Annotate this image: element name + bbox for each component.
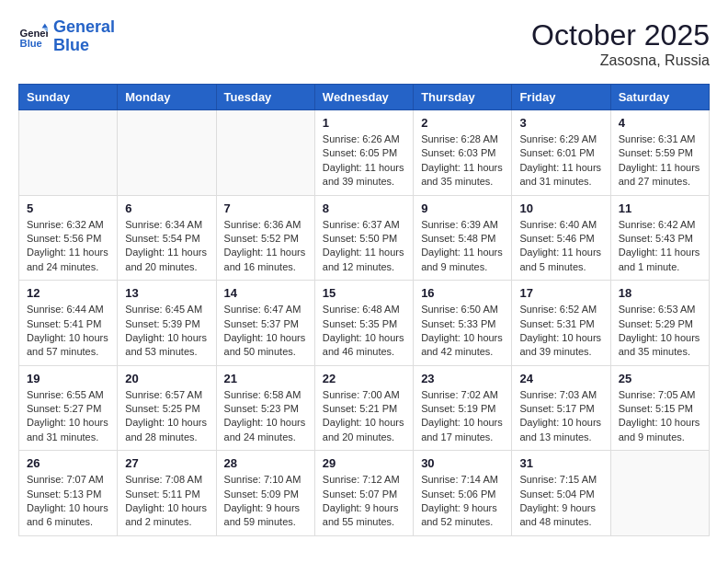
day-number: 11 <box>619 201 701 215</box>
day-number: 29 <box>323 456 405 470</box>
calendar-cell: 19Sunrise: 6:55 AM Sunset: 5:27 PM Dayli… <box>19 365 118 451</box>
day-info: Sunrise: 6:26 AM Sunset: 6:05 PM Dayligh… <box>323 132 405 190</box>
calendar-cell <box>19 110 118 196</box>
svg-marker-2 <box>42 23 48 28</box>
week-row-1: 1Sunrise: 6:26 AM Sunset: 6:05 PM Daylig… <box>19 110 710 196</box>
day-number: 9 <box>421 201 504 215</box>
day-number: 23 <box>421 372 504 385</box>
day-number: 22 <box>323 372 405 385</box>
calendar-cell: 30Sunrise: 7:14 AM Sunset: 5:06 PM Dayli… <box>414 451 512 536</box>
day-info: Sunrise: 7:12 AM Sunset: 5:07 PM Dayligh… <box>323 473 405 530</box>
day-number: 20 <box>125 372 208 385</box>
day-number: 2 <box>421 116 504 130</box>
day-info: Sunrise: 7:08 AM Sunset: 5:11 PM Dayligh… <box>125 473 208 530</box>
day-info: Sunrise: 6:50 AM Sunset: 5:33 PM Dayligh… <box>421 303 504 360</box>
logo: General Blue General Blue <box>18 18 115 55</box>
calendar-cell: 25Sunrise: 7:05 AM Sunset: 5:15 PM Dayli… <box>610 365 709 451</box>
day-info: Sunrise: 6:53 AM Sunset: 5:29 PM Dayligh… <box>619 303 701 360</box>
calendar-cell: 11Sunrise: 6:42 AM Sunset: 5:43 PM Dayli… <box>610 195 709 281</box>
calendar-cell: 15Sunrise: 6:48 AM Sunset: 5:35 PM Dayli… <box>314 281 413 366</box>
location: Zasosna, Russia <box>531 52 710 69</box>
calendar-cell: 12Sunrise: 6:44 AM Sunset: 5:41 PM Dayli… <box>19 281 118 366</box>
calendar-cell: 26Sunrise: 7:07 AM Sunset: 5:13 PM Dayli… <box>19 451 118 536</box>
calendar-cell: 14Sunrise: 6:47 AM Sunset: 5:37 PM Dayli… <box>216 281 314 366</box>
day-number: 28 <box>224 456 307 470</box>
calendar-cell: 5Sunrise: 6:32 AM Sunset: 5:56 PM Daylig… <box>19 195 118 281</box>
week-row-5: 26Sunrise: 7:07 AM Sunset: 5:13 PM Dayli… <box>19 451 710 536</box>
day-number: 17 <box>519 286 602 300</box>
day-info: Sunrise: 7:14 AM Sunset: 5:06 PM Dayligh… <box>421 473 504 530</box>
calendar-cell: 13Sunrise: 6:45 AM Sunset: 5:39 PM Dayli… <box>118 281 216 366</box>
day-number: 5 <box>27 201 109 215</box>
day-number: 4 <box>619 116 701 130</box>
calendar-cell: 28Sunrise: 7:10 AM Sunset: 5:09 PM Dayli… <box>216 451 314 536</box>
day-info: Sunrise: 6:32 AM Sunset: 5:56 PM Dayligh… <box>27 218 109 275</box>
calendar-cell: 23Sunrise: 7:02 AM Sunset: 5:19 PM Dayli… <box>414 365 512 451</box>
calendar-cell: 24Sunrise: 7:03 AM Sunset: 5:17 PM Dayli… <box>512 365 610 451</box>
page-header: General Blue General Blue October 2025 Z… <box>18 18 710 69</box>
calendar-cell: 7Sunrise: 6:36 AM Sunset: 5:52 PM Daylig… <box>216 195 314 281</box>
day-number: 26 <box>27 456 109 470</box>
day-info: Sunrise: 7:03 AM Sunset: 5:17 PM Dayligh… <box>519 388 602 445</box>
day-number: 13 <box>125 286 208 300</box>
day-info: Sunrise: 6:28 AM Sunset: 6:03 PM Dayligh… <box>421 132 504 190</box>
day-info: Sunrise: 6:31 AM Sunset: 5:59 PM Dayligh… <box>619 132 701 190</box>
day-info: Sunrise: 6:48 AM Sunset: 5:35 PM Dayligh… <box>323 303 405 360</box>
calendar-cell: 8Sunrise: 6:37 AM Sunset: 5:50 PM Daylig… <box>314 195 413 281</box>
logo-text-line2: Blue <box>53 37 115 55</box>
month-title: October 2025 <box>531 18 710 52</box>
day-number: 25 <box>619 372 701 385</box>
svg-text:Blue: Blue <box>20 38 42 49</box>
day-number: 3 <box>519 116 602 130</box>
day-info: Sunrise: 6:37 AM Sunset: 5:50 PM Dayligh… <box>323 218 405 275</box>
day-info: Sunrise: 6:52 AM Sunset: 5:31 PM Dayligh… <box>519 303 602 360</box>
weekday-header-tuesday: Tuesday <box>216 85 314 110</box>
week-row-4: 19Sunrise: 6:55 AM Sunset: 5:27 PM Dayli… <box>19 365 710 451</box>
calendar-table: SundayMondayTuesdayWednesdayThursdayFrid… <box>18 84 710 536</box>
day-info: Sunrise: 6:34 AM Sunset: 5:54 PM Dayligh… <box>125 218 208 275</box>
week-row-3: 12Sunrise: 6:44 AM Sunset: 5:41 PM Dayli… <box>19 281 710 366</box>
calendar-cell: 21Sunrise: 6:58 AM Sunset: 5:23 PM Dayli… <box>216 365 314 451</box>
calendar-cell: 22Sunrise: 7:00 AM Sunset: 5:21 PM Dayli… <box>314 365 413 451</box>
day-number: 1 <box>323 116 405 130</box>
calendar-cell: 31Sunrise: 7:15 AM Sunset: 5:04 PM Dayli… <box>512 451 610 536</box>
day-number: 16 <box>421 286 504 300</box>
weekday-header-row: SundayMondayTuesdayWednesdayThursdayFrid… <box>19 85 710 110</box>
day-info: Sunrise: 7:05 AM Sunset: 5:15 PM Dayligh… <box>619 388 701 445</box>
day-info: Sunrise: 6:57 AM Sunset: 5:25 PM Dayligh… <box>125 388 208 445</box>
calendar-cell: 29Sunrise: 7:12 AM Sunset: 5:07 PM Dayli… <box>314 451 413 536</box>
day-number: 12 <box>27 286 109 300</box>
day-number: 14 <box>224 286 307 300</box>
day-number: 21 <box>224 372 307 385</box>
day-number: 7 <box>224 201 307 215</box>
weekday-header-friday: Friday <box>512 85 610 110</box>
day-number: 31 <box>519 456 602 470</box>
week-row-2: 5Sunrise: 6:32 AM Sunset: 5:56 PM Daylig… <box>19 195 710 281</box>
calendar-cell: 2Sunrise: 6:28 AM Sunset: 6:03 PM Daylig… <box>414 110 512 196</box>
day-info: Sunrise: 6:39 AM Sunset: 5:48 PM Dayligh… <box>421 218 504 275</box>
day-number: 6 <box>125 201 208 215</box>
calendar-cell: 18Sunrise: 6:53 AM Sunset: 5:29 PM Dayli… <box>610 281 709 366</box>
day-info: Sunrise: 6:45 AM Sunset: 5:39 PM Dayligh… <box>125 303 208 360</box>
calendar-cell <box>216 110 314 196</box>
title-block: October 2025 Zasosna, Russia <box>531 18 710 69</box>
day-info: Sunrise: 6:58 AM Sunset: 5:23 PM Dayligh… <box>224 388 307 445</box>
calendar-cell: 3Sunrise: 6:29 AM Sunset: 6:01 PM Daylig… <box>512 110 610 196</box>
calendar-cell: 6Sunrise: 6:34 AM Sunset: 5:54 PM Daylig… <box>118 195 216 281</box>
day-info: Sunrise: 7:00 AM Sunset: 5:21 PM Dayligh… <box>323 388 405 445</box>
day-number: 18 <box>619 286 701 300</box>
day-info: Sunrise: 6:55 AM Sunset: 5:27 PM Dayligh… <box>27 388 109 445</box>
day-info: Sunrise: 6:47 AM Sunset: 5:37 PM Dayligh… <box>224 303 307 360</box>
day-info: Sunrise: 6:40 AM Sunset: 5:46 PM Dayligh… <box>519 218 602 275</box>
day-info: Sunrise: 6:42 AM Sunset: 5:43 PM Dayligh… <box>619 218 701 275</box>
calendar-cell <box>118 110 216 196</box>
day-info: Sunrise: 7:02 AM Sunset: 5:19 PM Dayligh… <box>421 388 504 445</box>
day-info: Sunrise: 6:29 AM Sunset: 6:01 PM Dayligh… <box>519 132 602 190</box>
day-info: Sunrise: 7:15 AM Sunset: 5:04 PM Dayligh… <box>519 473 602 530</box>
calendar-cell: 9Sunrise: 6:39 AM Sunset: 5:48 PM Daylig… <box>414 195 512 281</box>
logo-text-line1: General <box>53 18 115 37</box>
day-number: 10 <box>519 201 602 215</box>
calendar-cell: 1Sunrise: 6:26 AM Sunset: 6:05 PM Daylig… <box>314 110 413 196</box>
day-number: 30 <box>421 456 504 470</box>
calendar-cell: 10Sunrise: 6:40 AM Sunset: 5:46 PM Dayli… <box>512 195 610 281</box>
